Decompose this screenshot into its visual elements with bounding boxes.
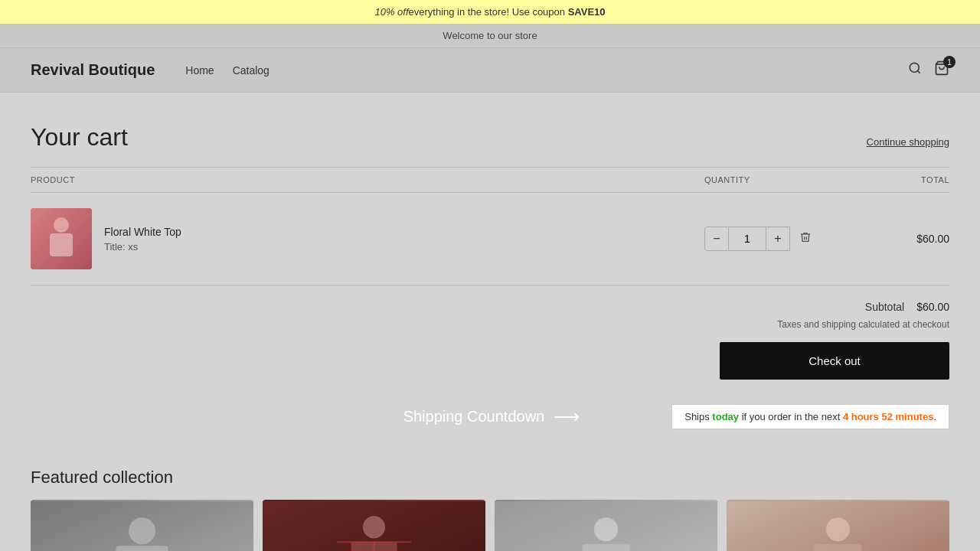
product-cell: Floral White Top Title: xs bbox=[31, 208, 704, 269]
cart-table-header: PRODUCT QUANTITY TOTAL bbox=[31, 168, 949, 193]
featured-item-1[interactable] bbox=[31, 500, 253, 551]
featured-collection-title: Featured collection bbox=[31, 468, 949, 487]
product-image bbox=[31, 208, 92, 269]
cart-icon[interactable]: 1 bbox=[934, 60, 949, 80]
product-name: Floral White Top bbox=[104, 226, 181, 238]
col-total-header: TOTAL bbox=[858, 175, 949, 184]
price-cell: $60.00 bbox=[858, 233, 949, 245]
subtotal-section: Subtotal $60.00 Taxes and shipping calcu… bbox=[31, 285, 949, 395]
svg-point-25 bbox=[826, 517, 850, 541]
svg-point-9 bbox=[129, 517, 155, 544]
product-info: Floral White Top Title: xs bbox=[104, 226, 181, 253]
main-nav: Home Catalog bbox=[185, 64, 908, 77]
svg-rect-10 bbox=[116, 546, 168, 551]
shipping-countdown-badge: Ships today if you order in the next 4 h… bbox=[671, 404, 949, 429]
svg-point-5 bbox=[54, 217, 69, 233]
nav-catalog[interactable]: Catalog bbox=[233, 64, 270, 77]
svg-rect-22 bbox=[582, 544, 629, 551]
col-quantity-header: QUANTITY bbox=[704, 175, 858, 184]
svg-rect-26 bbox=[814, 544, 861, 551]
ships-today-label: today bbox=[712, 411, 739, 422]
featured-item-3[interactable] bbox=[495, 500, 717, 551]
subtotal-row: Subtotal $60.00 bbox=[31, 301, 949, 313]
svg-line-1 bbox=[917, 70, 920, 73]
arrow-icon: ⟶ bbox=[554, 406, 580, 428]
subtotal-value: $60.00 bbox=[916, 301, 949, 313]
nav-home[interactable]: Home bbox=[185, 64, 214, 77]
svg-point-0 bbox=[910, 63, 919, 72]
announcement-text: 10% offeverything in the store! Use coup… bbox=[374, 6, 605, 18]
svg-point-21 bbox=[594, 517, 618, 541]
main-content: Your cart Continue shopping PRODUCT QUAN… bbox=[0, 93, 980, 452]
col-product-header: PRODUCT bbox=[31, 175, 704, 184]
subtotal-label: Subtotal bbox=[865, 301, 904, 313]
featured-item-4[interactable] bbox=[727, 500, 949, 551]
featured-grid bbox=[31, 500, 949, 551]
countdown-time: 4 hours 52 minutes bbox=[843, 411, 933, 422]
svg-rect-6 bbox=[50, 233, 73, 256]
quantity-input[interactable] bbox=[729, 227, 766, 251]
announcement-bar: 10% offeverything in the store! Use coup… bbox=[0, 0, 980, 24]
welcome-text: Welcome to our store bbox=[443, 30, 537, 41]
shipping-countdown-wrapper: Shipping Countdown ⟶ Ships today if you … bbox=[31, 395, 949, 452]
cart-title: Your cart bbox=[31, 123, 128, 152]
cart-header-row: Your cart Continue shopping bbox=[31, 123, 949, 152]
coupon-code: SAVE10 bbox=[568, 6, 606, 18]
quantity-increase-button[interactable]: + bbox=[766, 227, 790, 251]
checkout-button[interactable]: Check out bbox=[720, 342, 949, 380]
svg-point-13 bbox=[363, 516, 385, 538]
logo[interactable]: Revival Boutique bbox=[31, 61, 155, 79]
delete-item-button[interactable] bbox=[799, 231, 812, 246]
featured-section: Featured collection bbox=[0, 452, 980, 551]
table-row: Floral White Top Title: xs − + $60.00 bbox=[31, 193, 949, 285]
header: Revival Boutique Home Catalog 1 bbox=[0, 47, 980, 93]
quantity-decrease-button[interactable]: − bbox=[704, 227, 729, 251]
cart-table: PRODUCT QUANTITY TOTAL bbox=[31, 167, 949, 285]
search-icon[interactable] bbox=[908, 61, 922, 79]
continue-shopping-link[interactable]: Continue shopping bbox=[867, 136, 949, 148]
product-variant: Title: xs bbox=[104, 241, 181, 253]
tax-note: Taxes and shipping calculated at checkou… bbox=[31, 319, 949, 330]
cart-badge: 1 bbox=[943, 56, 956, 68]
quantity-cell: − + bbox=[704, 227, 858, 251]
shipping-countdown-annotation: Shipping Countdown ⟶ bbox=[403, 406, 580, 428]
announcement-percent: 10% off bbox=[374, 6, 408, 18]
welcome-bar: Welcome to our store bbox=[0, 24, 980, 47]
featured-item-2[interactable] bbox=[263, 500, 485, 551]
header-icons: 1 bbox=[908, 60, 949, 80]
